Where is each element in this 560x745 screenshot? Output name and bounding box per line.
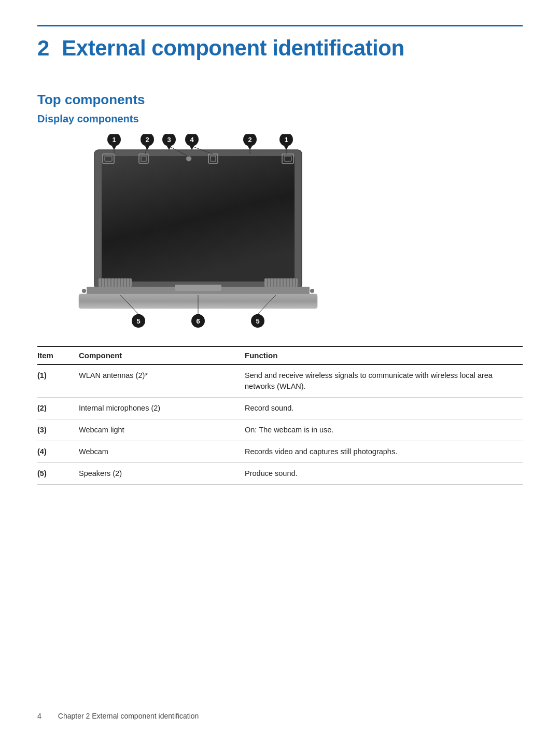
table-cell-function: Send and receive wireless signals to com… bbox=[245, 364, 523, 398]
table-cell-item: (3) bbox=[37, 419, 79, 441]
svg-text:4: 4 bbox=[190, 136, 194, 144]
col-header-item: Item bbox=[37, 346, 79, 364]
table-row: (5)Speakers (2)Produce sound. bbox=[37, 463, 523, 485]
table-row: (4)WebcamRecords video and captures stil… bbox=[37, 441, 523, 463]
svg-point-33 bbox=[186, 156, 191, 161]
svg-point-4 bbox=[82, 289, 86, 293]
table-row: (3)Webcam lightOn: The webcam is in use. bbox=[37, 419, 523, 441]
table-cell-component: Webcam bbox=[79, 441, 245, 463]
page-footer: 4 Chapter 2 External component identific… bbox=[37, 712, 523, 720]
svg-rect-1 bbox=[102, 156, 295, 282]
table-cell-component: Webcam light bbox=[79, 419, 245, 441]
svg-text:6: 6 bbox=[196, 317, 200, 325]
laptop-illustration: 1 2 3 4 2 1 bbox=[58, 134, 338, 333]
table-cell-item: (4) bbox=[37, 441, 79, 463]
svg-text:3: 3 bbox=[167, 136, 171, 144]
svg-marker-53 bbox=[190, 146, 194, 150]
table-cell-component: Internal microphones (2) bbox=[79, 398, 245, 419]
top-components-heading: Top components bbox=[37, 92, 523, 108]
svg-marker-49 bbox=[167, 146, 171, 150]
table-cell-function: Records video and captures still photogr… bbox=[245, 441, 523, 463]
footer-page-number: 4 bbox=[37, 712, 41, 720]
page-container: 2External component identification Top c… bbox=[0, 0, 560, 745]
table-cell-item: (2) bbox=[37, 398, 79, 419]
svg-text:2: 2 bbox=[145, 136, 149, 144]
chapter-title: External component identification bbox=[62, 36, 404, 60]
table-cell-component: Speakers (2) bbox=[79, 463, 245, 485]
chapter-number: 2 bbox=[37, 36, 49, 60]
svg-marker-57 bbox=[248, 146, 252, 150]
svg-text:5: 5 bbox=[256, 317, 259, 325]
table-row: (1)WLAN antennas (2)*Send and receive wi… bbox=[37, 364, 523, 398]
table-cell-function: On: The webcam is in use. bbox=[245, 419, 523, 441]
table-cell-function: Record sound. bbox=[245, 398, 523, 419]
svg-text:5: 5 bbox=[136, 317, 140, 325]
table-cell-item: (1) bbox=[37, 364, 79, 398]
table-row: (2)Internal microphones (2)Record sound. bbox=[37, 398, 523, 419]
svg-text:2: 2 bbox=[248, 136, 251, 144]
svg-text:1: 1 bbox=[112, 136, 116, 144]
display-components-heading: Display components bbox=[37, 113, 523, 125]
svg-marker-41 bbox=[112, 146, 116, 150]
footer-chapter-text: Chapter 2 External component identificat… bbox=[58, 712, 199, 720]
table-cell-item: (5) bbox=[37, 463, 79, 485]
table-cell-component: WLAN antennas (2)* bbox=[79, 364, 245, 398]
table-cell-function: Produce sound. bbox=[245, 463, 523, 485]
component-table: Item Component Function (1)WLAN antennas… bbox=[37, 346, 523, 485]
chapter-header: 2External component identification bbox=[37, 25, 523, 61]
svg-marker-45 bbox=[145, 146, 149, 150]
svg-text:1: 1 bbox=[284, 136, 288, 144]
svg-marker-61 bbox=[284, 146, 288, 150]
col-header-component: Component bbox=[79, 346, 245, 364]
svg-point-5 bbox=[310, 289, 314, 293]
col-header-function: Function bbox=[245, 346, 523, 364]
svg-rect-28 bbox=[175, 285, 221, 291]
